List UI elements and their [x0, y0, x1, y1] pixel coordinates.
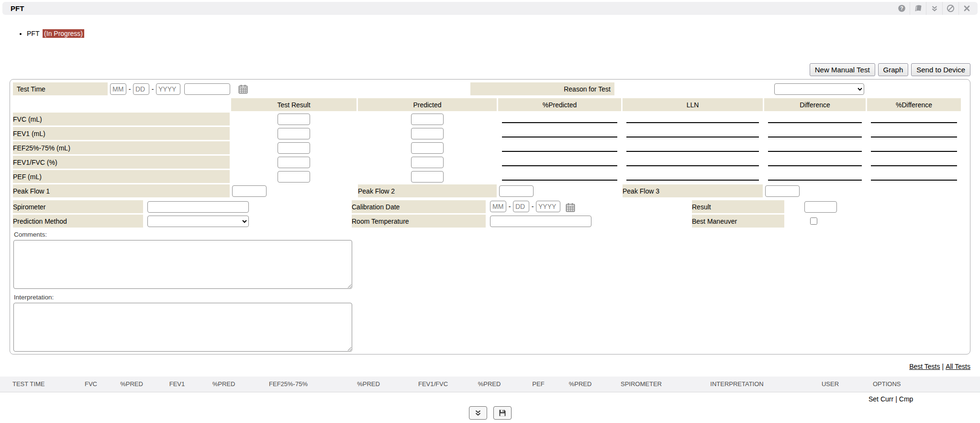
cmp-link[interactable]: Cmp	[899, 395, 913, 403]
fvc-test-result-input[interactable]	[278, 114, 310, 125]
pft-form-panel: Test Time - - Reason for Test Test Resul…	[10, 79, 970, 354]
test-time-row: Test Time - - Reason for Test	[13, 82, 970, 95]
history-col-fef-pred: %PRED	[333, 377, 404, 392]
fvc-percent-predicted-value	[502, 115, 617, 123]
fev1-test-result-input[interactable]	[278, 128, 310, 139]
no-entry-icon[interactable]	[942, 2, 958, 15]
history-col-fev1-fvc: FEV1/FVC	[404, 377, 462, 392]
set-curr-link[interactable]: Set Curr	[869, 395, 893, 403]
measurements-table: Test Result Predicted %Predicted LLN Dif…	[11, 97, 962, 199]
pef-test-result-input[interactable]	[278, 171, 310, 183]
test-time-input[interactable]	[184, 83, 230, 95]
date-separator: -	[529, 203, 536, 210]
table-row: Prediction Method Room Temperature Best …	[13, 215, 944, 228]
fev1-predicted-input[interactable]	[411, 128, 444, 139]
history-col-spirometer: SPIROMETER	[601, 377, 682, 392]
history-col-fev1: FEV1	[151, 377, 203, 392]
row-label-fvc: FVC (mL)	[13, 113, 230, 126]
result-input[interactable]	[804, 201, 837, 213]
date-separator: -	[506, 203, 513, 210]
table-row: Set Curr|Cmp	[0, 392, 980, 406]
double-chevron-down-icon	[474, 409, 482, 417]
action-buttons: New Manual Test Graph Send to Device	[810, 63, 970, 76]
table-row: Spirometer Calibration Date -- Result	[13, 200, 944, 213]
calendar-icon[interactable]	[238, 84, 248, 94]
send-to-device-button[interactable]: Send to Device	[911, 63, 970, 76]
fef25-75-percent-difference-value	[871, 144, 957, 152]
prediction-method-label: Prediction Method	[13, 215, 143, 228]
status-badge: (In Progress)	[43, 29, 84, 38]
row-label-pef: PEF (mL)	[13, 170, 230, 183]
expand-button[interactable]	[469, 406, 487, 420]
prediction-method-select[interactable]	[147, 216, 249, 227]
peak-flow-2-input[interactable]	[499, 185, 534, 197]
reason-for-test-label: Reason for Test	[470, 82, 614, 95]
test-date-year-input[interactable]	[156, 83, 180, 95]
all-tests-link[interactable]: All Tests	[946, 363, 970, 370]
fef25-75-percent-predicted-value	[502, 144, 617, 152]
new-manual-test-button[interactable]: New Manual Test	[810, 63, 875, 76]
titlebar-icons: ?	[893, 2, 975, 15]
history-col-user: USER	[792, 377, 869, 392]
fev1-fvc-percent-predicted-value	[502, 159, 617, 166]
fev1-percent-difference-value	[871, 130, 957, 137]
calibration-year-input[interactable]	[536, 201, 560, 212]
row-label-peak-flow-3: Peak Flow 3	[623, 184, 763, 197]
double-chevron-down-icon[interactable]	[926, 2, 942, 15]
history-col-test-time: TEST TIME	[0, 377, 69, 392]
pft-form-link[interactable]: PFT	[27, 30, 39, 37]
save-icon	[498, 409, 507, 417]
window-titlebar: PFT ?	[2, 2, 978, 15]
pef-predicted-input[interactable]	[411, 171, 444, 183]
pef-lln-value	[626, 173, 759, 181]
row-label-fef25-75: FEF25%-75% (mL)	[13, 141, 230, 154]
test-date-day-input[interactable]	[133, 83, 149, 95]
reason-for-test-select[interactable]	[774, 83, 864, 95]
test-date-month-input[interactable]	[110, 83, 126, 95]
room-temperature-input[interactable]	[490, 216, 591, 227]
save-button[interactable]	[493, 406, 512, 420]
spirometer-input[interactable]	[147, 201, 249, 213]
spacer-cell	[13, 98, 230, 111]
best-maneuver-checkbox[interactable]	[810, 217, 817, 225]
fev1-fvc-predicted-input[interactable]	[411, 157, 444, 168]
pef-difference-value	[768, 173, 862, 181]
calibration-day-input[interactable]	[513, 201, 529, 212]
fef25-75-test-result-input[interactable]	[278, 142, 310, 154]
history-col-fef25-75: FEF25%-75%	[244, 377, 333, 392]
table-row: FEF25%-75% (mL)	[13, 141, 961, 154]
history-col-interpretation: INTERPRETATION	[682, 377, 792, 392]
peak-flow-3-input[interactable]	[765, 185, 800, 197]
interpretation-label: Interpretation:	[14, 294, 970, 302]
fev1-lln-value	[626, 130, 759, 137]
encounter-forms-list: PFT (In Progress)	[5, 29, 84, 38]
comments-label: Comments:	[14, 231, 970, 239]
fef25-75-predicted-input[interactable]	[411, 142, 444, 154]
peak-flow-1-input[interactable]	[232, 185, 267, 197]
result-label: Result	[692, 200, 784, 213]
best-tests-link[interactable]: Best Tests	[909, 363, 940, 370]
comments-textarea[interactable]	[13, 240, 352, 289]
close-icon[interactable]	[958, 2, 975, 15]
calendar-icon[interactable]	[565, 202, 576, 213]
fev1-fvc-test-result-input[interactable]	[278, 157, 310, 168]
history-col-fvc-pred: %PRED	[112, 377, 151, 392]
book-icon[interactable]	[910, 2, 926, 15]
calibration-month-input[interactable]	[490, 201, 506, 212]
history-col-fev1-pred: %PRED	[203, 377, 244, 392]
fvc-lln-value	[626, 115, 759, 123]
spirometer-label: Spirometer	[13, 200, 143, 213]
history-filter-links: Best Tests|All Tests	[909, 363, 970, 370]
fvc-predicted-input[interactable]	[411, 114, 444, 125]
col-header-predicted: Predicted	[358, 98, 497, 111]
history-header-row: TEST TIME FVC %PRED FEV1 %PRED FEF25%-75…	[0, 377, 980, 392]
graph-button[interactable]: Graph	[878, 63, 909, 76]
help-icon[interactable]: ?	[893, 2, 910, 15]
pef-percent-difference-value	[871, 173, 957, 181]
peak-flow-row: Peak Flow 1 Peak Flow 2 Peak Flow 3	[13, 184, 961, 197]
page-title: PFT	[11, 4, 24, 12]
interpretation-textarea[interactable]	[13, 303, 352, 352]
fev1-fvc-difference-value	[768, 159, 862, 166]
table-row: PEF (mL)	[13, 170, 961, 183]
table-row: FEV1/FVC (%)	[13, 156, 961, 169]
